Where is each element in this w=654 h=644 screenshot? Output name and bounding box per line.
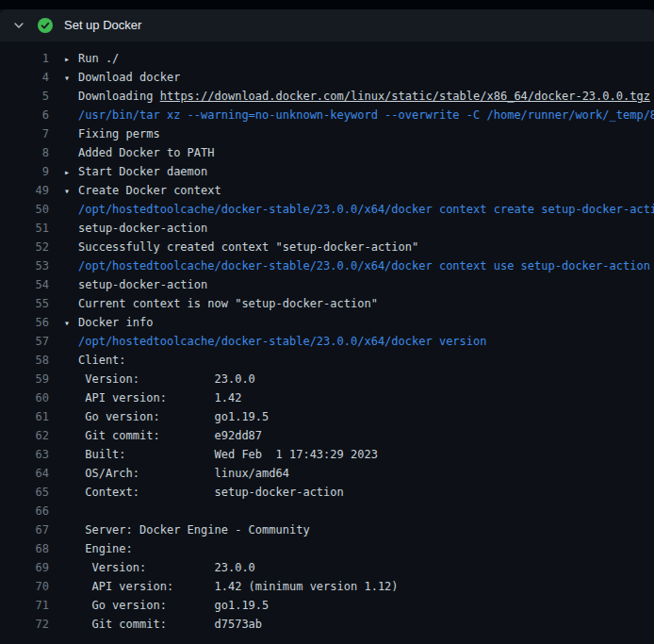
line-number[interactable]: 64: [0, 464, 49, 483]
log-text: Successfully created context "setup-dock…: [78, 240, 418, 254]
log-text: Engine:: [78, 542, 133, 555]
line-content: /opt/hostedtoolcache/docker-stable/23.0.…: [49, 200, 654, 219]
log-text: Git commit: e92dd87: [78, 429, 262, 442]
log-group-row[interactable]: 9▸Start Docker daemon: [0, 162, 654, 181]
line-content: Git commit: e92dd87: [49, 426, 262, 445]
line-number[interactable]: 50: [0, 200, 49, 219]
line-content: Built: Wed Feb 1 17:43:29 2023: [49, 445, 378, 464]
line-number[interactable]: 68: [0, 539, 49, 558]
group-expanded-triangle-icon: ▾: [64, 314, 78, 332]
chevron-down-icon[interactable]: [11, 18, 26, 33]
line-number[interactable]: 6: [0, 106, 49, 124]
line-number[interactable]: 5: [0, 87, 49, 106]
log-line: 59 Version: 23.0.0: [0, 370, 654, 388]
line-number[interactable]: 55: [0, 294, 49, 313]
line-content: API version: 1.42 (minimum version 1.12): [49, 577, 399, 596]
line-number[interactable]: 9: [0, 162, 49, 181]
log-url-link[interactable]: https://download.docker.com/linux/static…: [160, 90, 650, 103]
log-line: 64 OS/Arch: linux/amd64: [0, 464, 654, 483]
line-number[interactable]: 54: [0, 275, 49, 294]
line-number[interactable]: 7: [0, 124, 49, 143]
line-content: Version: 23.0.0: [49, 370, 255, 388]
line-number[interactable]: 71: [0, 596, 49, 615]
line-content: /opt/hostedtoolcache/docker-stable/23.0.…: [49, 332, 486, 351]
line-content: Go version: go1.19.5: [49, 407, 269, 426]
line-number[interactable]: 58: [0, 351, 49, 370]
line-number[interactable]: 67: [0, 520, 49, 539]
log-line: 57/opt/hostedtoolcache/docker-stable/23.…: [0, 332, 654, 351]
log-line: 61 Go version: go1.19.5: [0, 407, 654, 426]
line-number[interactable]: 72: [0, 615, 49, 634]
log-command-text: /usr/bin/tar xz --warning=no-unknown-key…: [78, 108, 654, 122]
line-number[interactable]: 69: [0, 558, 49, 577]
line-content: Fixing perms: [49, 124, 160, 143]
line-content: Client:: [49, 351, 126, 370]
line-number[interactable]: 53: [0, 256, 49, 275]
log-line: 65 Context: setup-docker-action: [0, 483, 654, 502]
log-text: setup-docker-action: [78, 278, 207, 291]
log-text: Current context is now "setup-docker-act…: [78, 297, 378, 310]
line-content: setup-docker-action: [49, 275, 207, 294]
line-number[interactable]: 56: [0, 313, 49, 332]
step-header[interactable]: Set up Docker: [0, 9, 654, 41]
log-line: 6/usr/bin/tar xz --warning=no-unknown-ke…: [0, 106, 654, 124]
line-number[interactable]: 57: [0, 332, 49, 351]
line-content: Successfully created context "setup-dock…: [49, 238, 418, 256]
line-content: ▾Download docker: [49, 68, 180, 87]
line-content: Current context is now "setup-docker-act…: [49, 294, 378, 313]
line-content: Added Docker to PATH: [49, 143, 215, 162]
line-number[interactable]: 70: [0, 577, 49, 596]
line-number[interactable]: 8: [0, 143, 49, 162]
line-content: ▾Create Docker context: [49, 181, 221, 200]
step-title: Set up Docker: [64, 18, 141, 33]
log-text: API version: 1.42: [78, 391, 241, 405]
log-line: 53/opt/hostedtoolcache/docker-stable/23.…: [0, 256, 654, 275]
line-number[interactable]: 1: [0, 49, 49, 68]
line-content: Server: Docker Engine - Community: [49, 520, 310, 539]
log-line: 69 Version: 23.0.0: [0, 558, 654, 577]
log-group-row[interactable]: 1▸Run ./: [0, 49, 654, 68]
line-content: Go version: go1.19.5: [49, 596, 269, 615]
log-text: Version: 23.0.0: [78, 561, 255, 574]
line-number[interactable]: 59: [0, 370, 49, 388]
log-line: 62 Git commit: e92dd87: [0, 426, 654, 445]
line-number[interactable]: 52: [0, 238, 49, 256]
line-number[interactable]: 66: [0, 502, 49, 520]
log-line: 67 Server: Docker Engine - Community: [0, 520, 654, 539]
log-line: 66: [0, 502, 654, 520]
line-number[interactable]: 62: [0, 426, 49, 445]
line-number[interactable]: 61: [0, 407, 49, 426]
log-line: 68 Engine:: [0, 539, 654, 558]
log-text: API version: 1.42 (minimum version 1.12): [78, 580, 399, 593]
line-number[interactable]: 49: [0, 181, 49, 200]
line-content: Version: 23.0.0: [49, 558, 255, 577]
log-command-text: /opt/hostedtoolcache/docker-stable/23.0.…: [78, 259, 650, 272]
log-text: Built: Wed Feb 1 17:43:29 2023: [78, 448, 378, 461]
line-number[interactable]: 65: [0, 483, 49, 502]
log-text: Downloading: [78, 90, 160, 103]
log-text: Version: 23.0.0: [78, 372, 255, 386]
line-content: ▾Docker info: [49, 313, 153, 332]
log-line: 60 API version: 1.42: [0, 388, 654, 407]
log-line: 55Current context is now "setup-docker-a…: [0, 294, 654, 313]
log-group-row[interactable]: 49▾Create Docker context: [0, 181, 654, 200]
line-content: API version: 1.42: [49, 388, 241, 407]
line-number[interactable]: 63: [0, 445, 49, 464]
group-title: Docker info: [78, 316, 153, 329]
log-text: Git commit: d7573ab: [78, 618, 262, 631]
line-number[interactable]: 4: [0, 68, 49, 87]
log-text: OS/Arch: linux/amd64: [78, 467, 289, 480]
log-line: 52Successfully created context "setup-do…: [0, 238, 654, 256]
group-title: Run ./: [78, 52, 119, 65]
line-number[interactable]: 60: [0, 388, 49, 407]
group-title: Start Docker daemon: [78, 165, 207, 178]
log-line: 63 Built: Wed Feb 1 17:43:29 2023: [0, 445, 654, 464]
line-content: setup-docker-action: [49, 219, 207, 238]
log-text: setup-docker-action: [78, 222, 207, 235]
line-number[interactable]: 51: [0, 219, 49, 238]
log-group-row[interactable]: 4▾Download docker: [0, 68, 654, 87]
line-content: [49, 502, 78, 520]
log-group-row[interactable]: 56▾Docker info: [0, 313, 654, 332]
line-content: Engine:: [49, 539, 133, 558]
group-expanded-triangle-icon: ▾: [64, 69, 78, 87]
